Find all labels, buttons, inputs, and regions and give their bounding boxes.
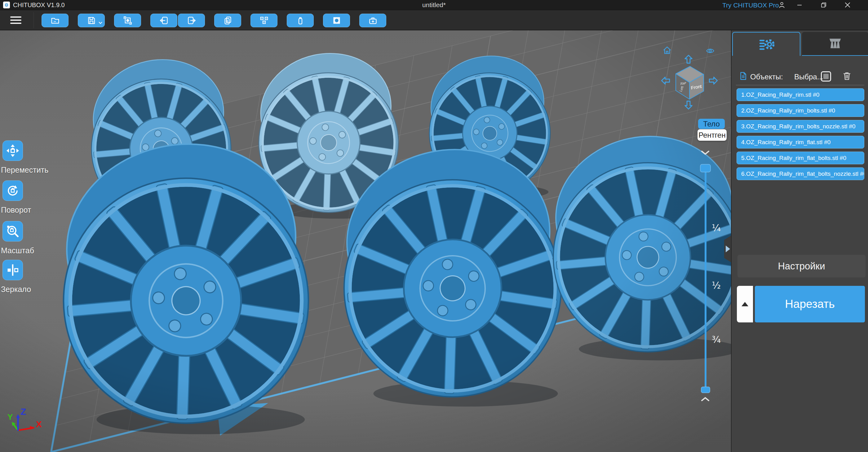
view-mode-xray-button[interactable]: Рентген [698, 129, 726, 141]
scale-icon [6, 224, 20, 238]
settings-button[interactable]: Настройки [738, 255, 866, 277]
mirror-tool-button[interactable] [2, 260, 23, 280]
undo-icon [159, 16, 168, 25]
view-cube[interactable] [676, 66, 704, 99]
undo-button[interactable] [150, 13, 177, 27]
redo-button[interactable] [178, 13, 205, 27]
rotate-tool-label: Поворот [1, 206, 57, 214]
supports-icon [827, 37, 843, 51]
slice-button[interactable]: Нарезать [755, 286, 865, 323]
toolbox-icon [368, 16, 378, 25]
mirror-icon [6, 263, 20, 277]
objects-doc-icon [738, 71, 748, 81]
axis-x-label: X [36, 419, 42, 429]
rotate-left-arrow-icon[interactable] [661, 77, 670, 84]
rotate-tool-button[interactable] [2, 180, 23, 201]
rotate-up-arrow-icon[interactable] [685, 55, 692, 63]
layout-icon [259, 16, 269, 25]
copy-button[interactable] [214, 13, 241, 27]
view-mode-body-button[interactable]: Тело [698, 119, 725, 129]
panel-collapse-handle[interactable] [723, 236, 732, 262]
folder-icon [51, 16, 60, 25]
try-pro-link[interactable]: Try CHITUBOX Pro [722, 2, 779, 9]
copy-icon [223, 16, 232, 25]
save-icon [87, 16, 96, 25]
3d-viewport-canvas[interactable]: X Y Z [0, 30, 731, 452]
move-icon [6, 144, 20, 157]
titlebar: CHITUBOX V1.9.0 untitled* Try CHITUBOX P… [0, 0, 868, 10]
chitubox-window: X Y Z CHITUBOX V1.9.0 untitled* Try CHIT… [0, 0, 868, 452]
axis-y-label: Y [7, 412, 13, 422]
rotate-down-arrow-icon[interactable] [685, 101, 692, 109]
selection-label: Выбра... [794, 72, 824, 81]
save-file-button[interactable] [78, 13, 105, 27]
slice-icon [123, 16, 132, 25]
tab-model-settings[interactable] [732, 32, 800, 56]
slider-chevron-down-icon[interactable] [702, 151, 709, 154]
auto-layout-button[interactable] [250, 13, 277, 27]
slice-options-expander[interactable] [737, 286, 753, 323]
axis-z-label: Z [21, 406, 26, 417]
redo-icon [187, 16, 196, 25]
toolbar-separator [33, 12, 34, 28]
tab-supports[interactable] [802, 32, 868, 56]
close-button[interactable] [843, 1, 851, 9]
slider-mark-threequarter: ¾ [712, 334, 721, 345]
repair-button[interactable] [359, 13, 386, 27]
move-tool-button[interactable] [2, 141, 23, 161]
rotate-icon [6, 184, 20, 198]
objects-label: Объекты: [750, 72, 783, 81]
object-list-item[interactable]: 4.OZ_Racing_Rally_rim_flat.stl #0 [737, 136, 864, 149]
menu-button[interactable] [10, 14, 22, 26]
object-list-item[interactable]: 3.OZ_Racing_Rally_rim_bolts_nozzle.stl #… [737, 120, 864, 133]
object-list-item[interactable]: 1.OZ_Racing_Rally_rim.stl #0 [737, 88, 864, 101]
slider-top-handle[interactable] [700, 164, 711, 172]
select-all-checkbox[interactable] [821, 71, 831, 82]
object-list-item[interactable]: 2.OZ_Racing_Rally_rim_bolts.stl #0 [737, 104, 864, 117]
slider-rail[interactable] [705, 171, 707, 389]
settings-list-icon [758, 37, 774, 52]
scale-tool-label: Масштаб [1, 246, 57, 255]
slider-mark-half: ½ [712, 280, 721, 291]
account-icon[interactable] [778, 1, 786, 9]
restore-button[interactable] [819, 1, 828, 9]
layer-preview-slider: ¼ ½ ¾ [694, 143, 732, 409]
rotate-right-arrow-icon[interactable] [709, 77, 717, 84]
bottle-icon [296, 16, 305, 25]
slider-bottom-handle[interactable] [701, 387, 710, 393]
open-file-button[interactable] [41, 13, 68, 27]
triangle-up-icon [742, 302, 748, 306]
delete-icon[interactable] [842, 70, 852, 82]
chevron-down-icon [98, 21, 103, 25]
visibility-icon[interactable] [707, 49, 714, 52]
exposure-icon [332, 16, 341, 25]
right-panel: Объекты: Выбра... 1.OZ_Racing_Rally_rim.… [731, 30, 868, 452]
view-navigation: Top Left Front [657, 43, 725, 115]
minimize-button[interactable] [796, 1, 804, 9]
object-list-item[interactable]: 6.OZ_Racing_Rally_rim_flat_bolts_nozzle.… [737, 168, 864, 180]
hollow-button[interactable] [287, 13, 314, 27]
divider [736, 85, 864, 85]
move-tool-label: Переместить [1, 165, 57, 175]
slider-chevron-up-icon[interactable] [702, 398, 709, 400]
object-list-item[interactable]: 5.OZ_Racing_Rally_rim_flat_bolts.stl #0 [737, 152, 864, 164]
slider-mark-quarter: ¼ [712, 222, 721, 234]
main-toolbar [0, 10, 868, 30]
mirror-tool-label: Зеркало [1, 285, 57, 294]
exposure-button[interactable] [323, 13, 350, 27]
home-view-icon[interactable] [664, 47, 671, 53]
slice-view-button[interactable] [114, 13, 141, 27]
scale-tool-button[interactable] [2, 221, 23, 241]
